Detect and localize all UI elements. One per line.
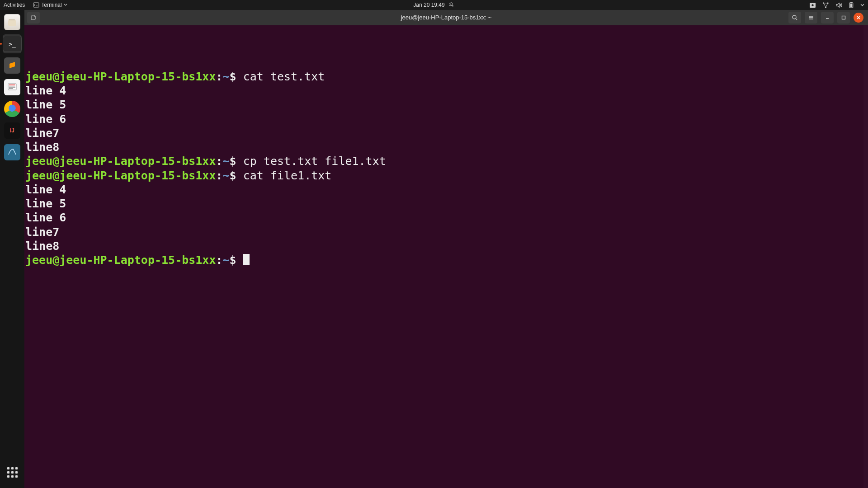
dock-item-mysql[interactable] (3, 143, 22, 162)
files-icon (4, 14, 20, 30)
terminal-output-line: line 5 (25, 197, 658, 211)
terminal-icon (3, 36, 22, 52)
notifications-muted-icon[interactable] (448, 2, 455, 8)
clock[interactable]: Jan 20 19:49 (413, 2, 444, 8)
terminal-prompt-line: jeeu@jeeu-HP-Laptop-15-bs1xx:~$ (25, 253, 658, 267)
svg-rect-14 (9, 87, 15, 88)
window-title: jeeu@jeeu-HP-Laptop-15-bs1xx: ~ (401, 14, 492, 21)
new-tab-icon (30, 14, 37, 21)
svg-rect-13 (9, 86, 15, 86)
activities-button[interactable]: Activities (4, 2, 25, 8)
terminal-command-line: jeeu@jeeu-HP-Laptop-15-bs1xx:~$ cat file… (25, 169, 658, 183)
dock-item-terminal[interactable] (3, 34, 22, 53)
terminal-output-line: line 4 (25, 84, 658, 98)
svg-rect-12 (9, 84, 15, 85)
terminal-output-line: line8 (25, 140, 658, 154)
terminal-output-line: line 6 (25, 211, 658, 225)
svg-rect-0 (33, 3, 39, 7)
chevron-down-icon (64, 3, 67, 7)
terminal-output-line: line 5 (25, 98, 658, 112)
dock: IJ (0, 10, 24, 369)
dock-item-files[interactable] (3, 13, 22, 32)
terminal-output-line: line 4 (25, 183, 658, 197)
gnome-topbar: Activities Terminal Jan 20 19:49 (0, 0, 658, 10)
dock-item-sublime[interactable] (3, 56, 22, 75)
terminal-command-line: jeeu@jeeu-HP-Laptop-15-bs1xx:~$ cat test… (25, 70, 658, 84)
app-menu-label: Terminal (41, 2, 61, 8)
chrome-icon (4, 101, 20, 117)
terminal-command-line: jeeu@jeeu-HP-Laptop-15-bs1xx:~$ cp test.… (25, 154, 658, 168)
svg-rect-10 (8, 20, 16, 26)
app-menu-button[interactable]: Terminal (33, 2, 67, 8)
terminal-icon (33, 2, 39, 8)
terminal-output-line: line8 (25, 239, 658, 253)
dock-item-reader[interactable] (3, 78, 22, 97)
reader-icon (4, 79, 20, 95)
terminal-output-line: line 6 (25, 112, 658, 126)
svg-rect-15 (9, 88, 13, 89)
terminal-output-line: line7 (25, 225, 658, 239)
terminal-window: jeeu@jeeu-HP-Laptop-15-bs1xx: ~ jeeu@jee… (24, 10, 658, 369)
sublime-icon (4, 57, 20, 74)
titlebar: jeeu@jeeu-HP-Laptop-15-bs1xx: ~ (24, 10, 658, 25)
terminal-viewport[interactable]: jeeu@jeeu-HP-Laptop-15-bs1xx:~$ cat test… (24, 25, 658, 369)
new-tab-button[interactable] (27, 12, 40, 23)
terminal-output-line: line7 (25, 126, 658, 140)
mysql-icon (4, 144, 20, 160)
intellij-icon: IJ (4, 122, 20, 139)
cursor (243, 254, 250, 265)
dock-item-intellij[interactable]: IJ (3, 121, 22, 140)
dock-item-chrome[interactable] (3, 99, 22, 118)
